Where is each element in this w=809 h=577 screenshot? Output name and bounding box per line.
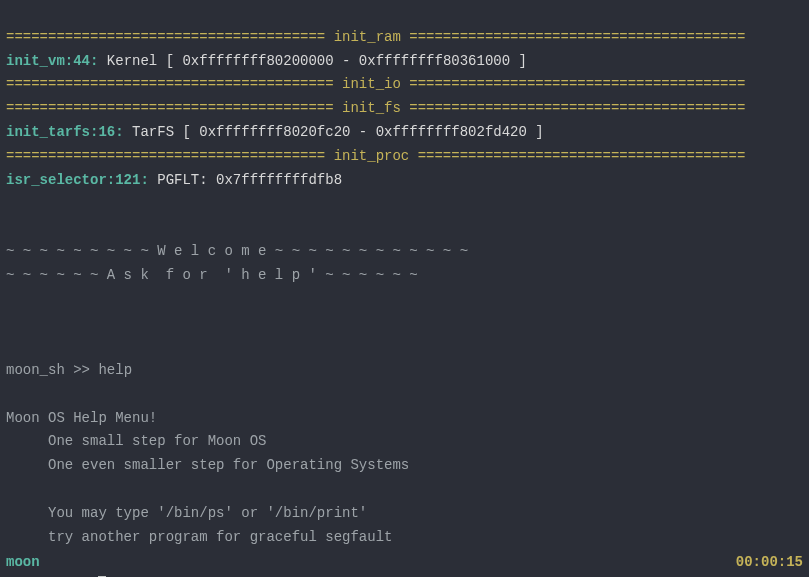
divider-init-io: ======================================= … (6, 76, 745, 92)
welcome-line2: ~ ~ ~ ~ ~ ~ A s k f o r ' h e l p ' ~ ~ … (6, 267, 418, 283)
shell-cmd-1: help (98, 362, 132, 378)
help-line4: try another program for graceful segfaul… (6, 529, 392, 545)
help-line1: One small step for Moon OS (6, 433, 266, 449)
divider-init-ram: ====================================== i… (6, 29, 745, 45)
help-title: Moon OS Help Menu! (6, 410, 157, 426)
welcome-line1: ~ ~ ~ ~ ~ ~ ~ ~ ~ W e l c o m e ~ ~ ~ ~ … (6, 243, 468, 259)
log-init-vm-prefix: init_vm:44: (6, 53, 98, 69)
status-bar: moon 00:00:15 (0, 551, 809, 577)
help-line2: One even smaller step for Operating Syst… (6, 457, 409, 473)
status-clock: 00:00:15 (736, 551, 803, 575)
help-line3: You may type '/bin/ps' or '/bin/print' (6, 505, 367, 521)
terminal-output[interactable]: ====================================== i… (0, 0, 809, 577)
shell-prompt-1: moon_sh >> (6, 362, 98, 378)
log-init-tarfs-prefix: init_tarfs:16: (6, 124, 124, 140)
divider-init-proc: ====================================== i… (6, 148, 745, 164)
log-isr-text: PGFLT: 0x7ffffffffdfb8 (149, 172, 342, 188)
divider-init-fs: ======================================= … (6, 100, 745, 116)
log-init-tarfs-text: TarFS [ 0xffffffff8020fc20 - 0xffffffff8… (124, 124, 544, 140)
log-isr-prefix: isr_selector:121: (6, 172, 149, 188)
log-init-vm-text: Kernel [ 0xffffffff80200000 - 0xffffffff… (98, 53, 526, 69)
status-name: moon (6, 551, 40, 575)
